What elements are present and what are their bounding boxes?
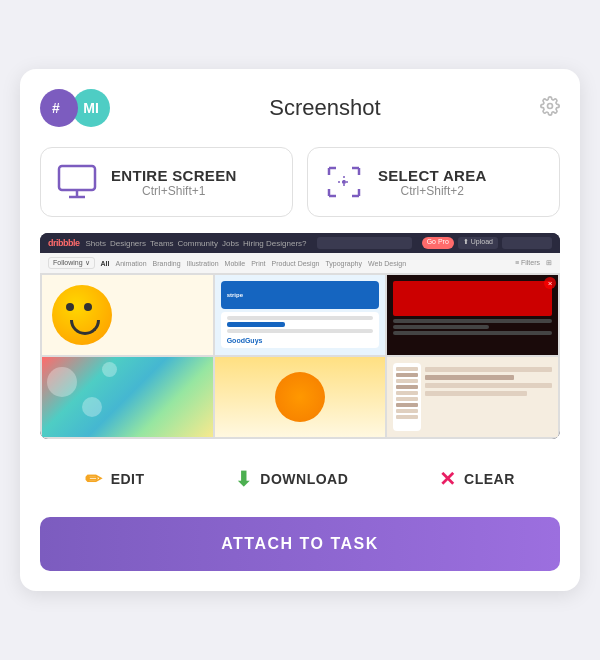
main-card: # MI Screenshot ENTIRE SCREEN [20, 69, 580, 591]
preview-cell-4 [42, 357, 213, 437]
browser-search-box [502, 237, 552, 249]
capture-options: ENTIRE SCREEN Ctrl+Shift+1 [40, 147, 560, 217]
select-area-label: SELECT AREA [378, 167, 487, 184]
app-phone [393, 363, 421, 431]
clear-icon: ✕ [439, 467, 457, 491]
select-area-icon [324, 164, 364, 200]
preview-cell-3: × [387, 275, 558, 355]
page-title: Screenshot [110, 95, 540, 121]
entire-screen-label: ENTIRE SCREEN [111, 167, 237, 184]
download-label: DOWNLOAD [260, 471, 348, 487]
preview-cell-5 [215, 357, 386, 437]
food-circle [275, 372, 325, 422]
app-mockup [387, 357, 558, 437]
colorful-illustration [42, 357, 213, 437]
clear-label: CLEAR [464, 471, 515, 487]
blue-card-text: stripe [227, 292, 243, 298]
dark-design [387, 275, 558, 355]
goodguys-tag: GoodGuys [227, 337, 374, 344]
select-area-button[interactable]: SELECT AREA Ctrl+Shift+2 [307, 147, 560, 217]
screenshot-preview: dribbble Shots Designers Teams Community… [40, 233, 560, 439]
action-row: ✏ EDIT ⬇ DOWNLOAD ✕ CLEAR [40, 455, 560, 503]
svg-text:#: # [52, 100, 60, 116]
entire-screen-shortcut: Ctrl+Shift+1 [111, 184, 237, 198]
go-pro-badge: Go Pro [422, 237, 454, 249]
monitor-icon [57, 164, 97, 200]
close-preview-icon[interactable]: × [544, 277, 556, 289]
browser-search-bar [317, 237, 412, 249]
download-button[interactable]: ⬇ DOWNLOAD [235, 467, 349, 491]
settings-button[interactable] [540, 96, 560, 121]
attach-to-task-button[interactable]: ATTACH TO TASK [40, 517, 560, 571]
dark-red-block [393, 281, 552, 316]
entire-screen-button[interactable]: ENTIRE SCREEN Ctrl+Shift+1 [40, 147, 293, 217]
card-mockup: stripe GoodGuys [215, 275, 386, 354]
avatar-h: # [40, 89, 78, 127]
edit-label: EDIT [111, 471, 145, 487]
preview-cell-6 [387, 357, 558, 437]
avatar-group: # MI [40, 89, 110, 127]
browser-nav: Shots Designers Teams Community Jobs Hir… [86, 239, 307, 248]
download-icon: ⬇ [235, 467, 253, 491]
white-card: GoodGuys [221, 312, 380, 348]
dark-lines [393, 319, 552, 335]
select-area-text: SELECT AREA Ctrl+Shift+2 [378, 167, 487, 198]
edit-button[interactable]: ✏ EDIT [85, 467, 144, 491]
upload-btn: ⬆ Upload [458, 237, 498, 249]
entire-screen-text: ENTIRE SCREEN Ctrl+Shift+1 [111, 167, 237, 198]
edit-icon: ✏ [85, 467, 103, 491]
filter-right: ≡ Filters ⊞ [515, 259, 552, 267]
preview-cell-2: stripe GoodGuys [215, 275, 386, 355]
food-illustration [215, 357, 386, 437]
browser-actions: Go Pro ⬆ Upload [422, 237, 552, 249]
svg-rect-2 [59, 166, 95, 190]
select-area-shortcut: Ctrl+Shift+2 [378, 184, 487, 198]
browser-logo: dribbble [48, 238, 80, 248]
preview-grid: stripe GoodGuys [40, 273, 560, 439]
filter-bar: Following ∨ All Animation Branding Illus… [40, 253, 560, 273]
preview-cell-1 [42, 275, 213, 355]
clear-button[interactable]: ✕ CLEAR [439, 467, 515, 491]
svg-point-1 [548, 103, 553, 108]
smiley-illustration [52, 285, 112, 345]
browser-bar: dribbble Shots Designers Teams Community… [40, 233, 560, 253]
header: # MI Screenshot [40, 89, 560, 127]
filter-following: Following ∨ [48, 257, 95, 269]
blue-card: stripe [221, 281, 380, 309]
filter-tabs: All Animation Branding Illustration Mobi… [101, 260, 407, 267]
